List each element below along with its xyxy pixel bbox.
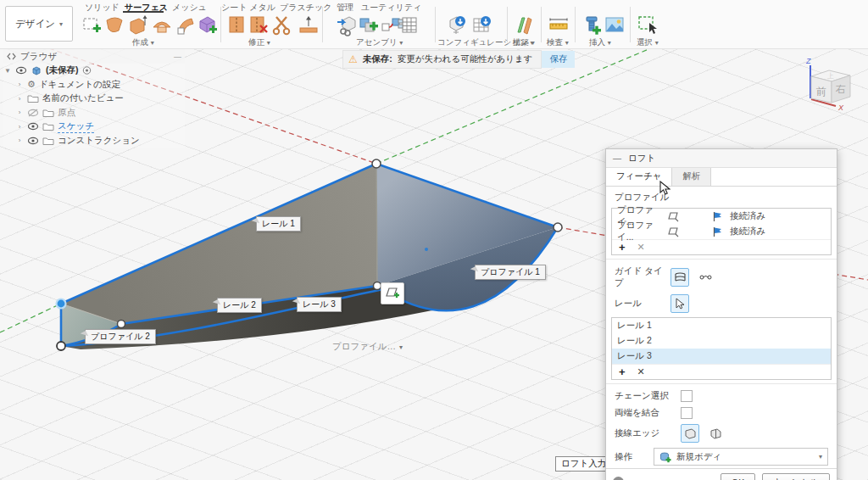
thicken-icon[interactable] bbox=[298, 14, 320, 36]
group-insert[interactable]: 挿入 ▾ bbox=[589, 37, 611, 48]
configuration-table-icon[interactable] bbox=[471, 14, 493, 36]
add-rail-button[interactable]: + bbox=[619, 366, 626, 377]
group-create[interactable]: 作成 ▾ bbox=[132, 37, 154, 48]
stitch-icon[interactable] bbox=[226, 14, 248, 36]
tab-sheetmetal[interactable]: シート メタル bbox=[221, 2, 275, 14]
tab-plastic[interactable]: プラスチック bbox=[280, 2, 331, 14]
rail1-tag[interactable]: レール 1 bbox=[256, 216, 301, 232]
eye-icon[interactable] bbox=[15, 65, 27, 75]
browser-item-sketches[interactable]: › スケッチ bbox=[3, 120, 185, 134]
insert-image-icon[interactable] bbox=[604, 14, 626, 36]
browser-item-origin[interactable]: › 原点 bbox=[3, 106, 185, 120]
vertex-left-mid[interactable] bbox=[118, 321, 125, 328]
tab-utilities[interactable]: ユーティリティ bbox=[361, 2, 421, 14]
browser-item-named-views[interactable]: › 名前の付いたビュー bbox=[3, 92, 185, 106]
create-form-icon[interactable] bbox=[197, 14, 219, 36]
merge-ends-checkbox[interactable] bbox=[681, 407, 693, 419]
chevron-right-icon[interactable]: › bbox=[15, 109, 24, 116]
tangent-edge-option2-button[interactable] bbox=[706, 424, 725, 443]
rail-row-2[interactable]: レール 2 bbox=[612, 333, 831, 349]
ok-button[interactable]: OK bbox=[721, 473, 755, 480]
guide-type-rails-button[interactable] bbox=[670, 268, 689, 287]
workspace-selector-button[interactable]: デザイン ▾ bbox=[5, 6, 73, 42]
vertex-top[interactable] bbox=[372, 159, 381, 168]
profile-dropdown[interactable]: プロファイル… ▾ bbox=[332, 341, 403, 353]
workspace-label: デザイン bbox=[15, 18, 55, 31]
group-select[interactable]: 選択 ▾ bbox=[637, 37, 659, 48]
vertex-left-bottom[interactable] bbox=[57, 342, 65, 350]
profile1-tag[interactable]: プロファイル 1 bbox=[475, 265, 546, 280]
rail-select-cursor-button[interactable] bbox=[670, 294, 689, 313]
vertex-left-tip-selected[interactable] bbox=[57, 299, 66, 309]
tab-analysis[interactable]: 解析 bbox=[672, 168, 711, 186]
merge-ends-label: 両端を結合 bbox=[615, 407, 674, 419]
configure-design-icon[interactable] bbox=[447, 14, 469, 36]
group-assemble[interactable]: アセンブリ ▾ bbox=[356, 37, 403, 48]
rail-row-1[interactable]: レール 1 bbox=[612, 318, 831, 333]
profile2-tag[interactable]: プロファイル 2 bbox=[85, 329, 156, 344]
chain-select-checkbox[interactable] bbox=[681, 390, 693, 402]
chevron-right-icon[interactable]: › bbox=[15, 95, 24, 103]
mouse-cursor bbox=[659, 181, 670, 196]
rail2-tag[interactable]: レール 2 bbox=[217, 298, 262, 313]
add-profile-row-button[interactable]: + bbox=[619, 242, 626, 253]
save-button[interactable]: 保存 bbox=[542, 51, 575, 68]
create-sketch-icon[interactable] bbox=[81, 14, 103, 36]
loft-dialog-header[interactable]: — ロフト bbox=[606, 149, 837, 168]
patch-surface-icon[interactable] bbox=[103, 14, 125, 36]
group-modify[interactable]: 修正 ▾ bbox=[248, 37, 270, 48]
viewcube[interactable]: Z X 前 右 上 bbox=[780, 47, 868, 127]
collapse-icon[interactable]: — bbox=[174, 53, 181, 61]
chevron-right-icon[interactable]: › bbox=[15, 81, 24, 88]
cancel-button[interactable]: キャンセル bbox=[762, 473, 830, 480]
group-inspect[interactable]: 検査 ▾ bbox=[547, 37, 569, 48]
profile-row-2[interactable]: プロファイ... 接続済み bbox=[612, 224, 831, 239]
surface-split-icon bbox=[709, 427, 722, 439]
select-tool-icon[interactable] bbox=[637, 14, 659, 36]
eye-off-icon[interactable] bbox=[27, 108, 39, 118]
trim-scissors-icon[interactable] bbox=[271, 14, 293, 36]
rail3-tag[interactable]: レール 3 bbox=[297, 297, 342, 312]
profiles-list: プロファイ... 接続済み プロファイ... bbox=[611, 208, 832, 255]
remove-profile-row-button[interactable]: ✕ bbox=[637, 243, 645, 252]
browser-item-label: ドキュメントの設定 bbox=[39, 79, 120, 91]
extrude-surface-icon[interactable] bbox=[127, 14, 149, 36]
rail-row-3-selected[interactable]: レール 3 bbox=[612, 349, 831, 364]
tab-solid[interactable]: ソリッド bbox=[85, 2, 120, 14]
operation-select[interactable]: 新規ボディ ▾ bbox=[654, 448, 828, 466]
new-component-icon[interactable] bbox=[358, 14, 380, 36]
group-construct[interactable]: 構築 ▾ bbox=[513, 37, 535, 48]
tangent-edge-option1-button[interactable] bbox=[681, 424, 699, 443]
collapse-icon[interactable]: — bbox=[613, 153, 621, 163]
tab-mesh[interactable]: メッシュ bbox=[172, 2, 207, 14]
browser-root-row[interactable]: ▼ (未保存) bbox=[3, 64, 185, 78]
browser-header[interactable]: ブラウザ — bbox=[3, 49, 185, 64]
tab-manage[interactable]: 管理 bbox=[337, 2, 353, 14]
browser-item-document-settings[interactable]: › ⚙ ドキュメントの設定 bbox=[3, 78, 185, 92]
activate-radio-icon[interactable] bbox=[82, 65, 92, 75]
eye-icon[interactable] bbox=[27, 136, 39, 146]
info-icon[interactable]: i bbox=[613, 477, 624, 480]
add-profile-button[interactable] bbox=[381, 282, 404, 304]
bom-table-icon[interactable] bbox=[397, 14, 419, 36]
new-body-icon bbox=[659, 451, 671, 463]
vertex-right[interactable] bbox=[554, 223, 562, 232]
browser-item-construction[interactable]: › コンストラクション bbox=[3, 134, 185, 148]
eye-icon[interactable] bbox=[27, 121, 39, 131]
chevron-right-icon[interactable]: › bbox=[15, 137, 24, 144]
guide-type-centerline-button[interactable] bbox=[696, 268, 715, 287]
rail-point[interactable] bbox=[425, 248, 428, 251]
measure-icon[interactable] bbox=[548, 14, 570, 36]
viewcube-z-label: Z bbox=[805, 57, 811, 65]
profile-status: 接続済み bbox=[730, 210, 765, 222]
insert-fastener-icon[interactable] bbox=[581, 14, 604, 36]
construct-plane-icon[interactable] bbox=[514, 14, 536, 36]
chevron-down-icon[interactable]: ▼ bbox=[3, 67, 12, 75]
unstitch-icon[interactable] bbox=[248, 14, 270, 36]
loft-dialog: — ロフト フィーチャ 解析 プロファイル プロファイ... 接続済み bbox=[605, 148, 837, 480]
insert-component-icon[interactable] bbox=[336, 14, 358, 36]
chevron-right-icon[interactable]: › bbox=[15, 123, 24, 131]
remove-rail-button[interactable]: ✕ bbox=[637, 367, 645, 377]
sweep-surface-icon[interactable] bbox=[175, 14, 197, 36]
revolve-surface-icon[interactable] bbox=[151, 14, 173, 36]
